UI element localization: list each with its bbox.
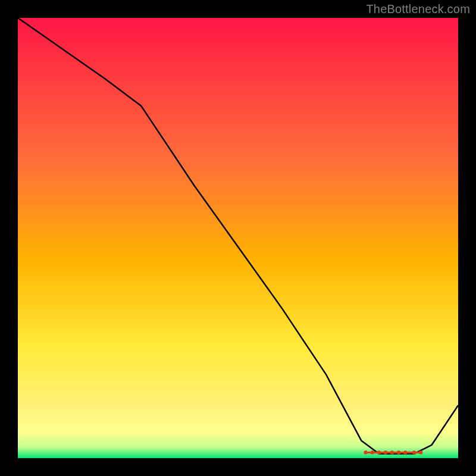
marker-dot — [364, 450, 367, 454]
gradient-background — [18, 18, 458, 458]
plot-area — [18, 18, 458, 458]
marker-dot — [390, 450, 394, 454]
chart-svg — [18, 18, 458, 458]
flat-segment-markers — [364, 450, 422, 454]
marker-dot — [371, 450, 374, 454]
marker-dot — [403, 450, 407, 454]
marker-dot — [397, 450, 400, 454]
marker-dot — [419, 450, 422, 454]
chart-stage: TheBottleneck.com — [0, 0, 476, 476]
marker-dot — [412, 450, 416, 454]
marker-dot — [377, 450, 381, 454]
watermark-text: TheBottleneck.com — [366, 2, 470, 16]
marker-dot — [384, 450, 387, 454]
